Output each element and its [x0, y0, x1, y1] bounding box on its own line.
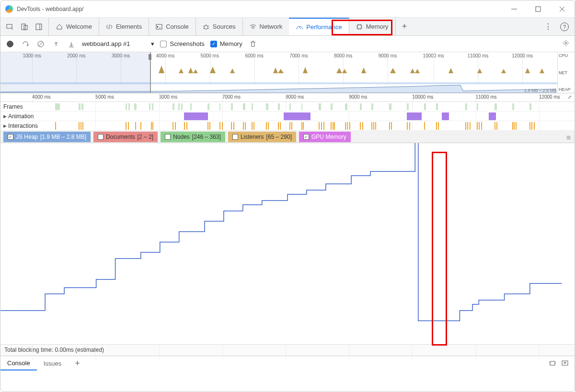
- frame-block[interactable]: [371, 103, 373, 110]
- frame-block[interactable]: [231, 103, 233, 110]
- animation-block[interactable]: [442, 112, 449, 120]
- interaction-event[interactable]: [219, 122, 220, 130]
- interaction-event[interactable]: [465, 122, 466, 130]
- interaction-event[interactable]: [278, 122, 279, 130]
- track-interactions[interactable]: ▶Interactions: [0, 121, 575, 131]
- interaction-event[interactable]: [207, 122, 208, 130]
- interaction-event[interactable]: [375, 122, 376, 130]
- interaction-event[interactable]: [252, 122, 253, 130]
- frame-block[interactable]: [266, 103, 268, 110]
- inspect-element-button[interactable]: [4, 21, 16, 33]
- interaction-event[interactable]: [514, 122, 515, 130]
- frame-block[interactable]: [360, 103, 362, 110]
- interaction-event[interactable]: [231, 122, 232, 130]
- interaction-event[interactable]: [534, 122, 535, 130]
- interaction-event[interactable]: [516, 122, 517, 130]
- interaction-event[interactable]: [373, 122, 374, 130]
- help-button[interactable]: ?: [560, 22, 569, 31]
- interaction-event[interactable]: [470, 122, 471, 130]
- minimize-button[interactable]: [506, 3, 522, 15]
- interaction-event[interactable]: [347, 122, 348, 130]
- interaction-event[interactable]: [243, 122, 244, 130]
- interaction-event[interactable]: [467, 122, 468, 130]
- interaction-event[interactable]: [80, 122, 81, 130]
- legend-js-heap[interactable]: ✓JS Heap[1.9 MB – 2.8 MB]: [3, 132, 91, 142]
- interaction-event[interactable]: [481, 122, 482, 130]
- interaction-event[interactable]: [389, 122, 390, 130]
- interaction-event[interactable]: [140, 122, 141, 130]
- frame-block[interactable]: [512, 103, 514, 110]
- dock-side-button[interactable]: [33, 21, 45, 33]
- frame-block[interactable]: [319, 103, 321, 110]
- interaction-event[interactable]: [289, 122, 290, 130]
- interaction-event[interactable]: [529, 122, 530, 130]
- frame-block[interactable]: [128, 103, 130, 110]
- interaction-event[interactable]: [151, 122, 152, 130]
- interaction-event[interactable]: [253, 122, 254, 130]
- interaction-event[interactable]: [209, 122, 210, 130]
- interaction-event[interactable]: [291, 122, 292, 130]
- interaction-event[interactable]: [496, 122, 497, 130]
- interaction-event[interactable]: [407, 122, 408, 130]
- interaction-event[interactable]: [55, 122, 56, 130]
- drawer-close-button[interactable]: [561, 359, 569, 368]
- frame-block[interactable]: [345, 103, 347, 110]
- drawer-tab-console[interactable]: Console: [0, 357, 37, 370]
- interaction-event[interactable]: [391, 122, 392, 130]
- upload-button[interactable]: [51, 39, 61, 49]
- overview-window-selection[interactable]: [0, 52, 151, 93]
- interaction-event[interactable]: [184, 122, 185, 130]
- interaction-event[interactable]: [128, 122, 129, 130]
- expand-timeline-button[interactable]: ⤢: [568, 94, 572, 100]
- frame-block[interactable]: [172, 103, 174, 110]
- frame-block[interactable]: [389, 103, 391, 110]
- interaction-event[interactable]: [268, 122, 269, 130]
- close-button[interactable]: [554, 3, 570, 15]
- capture-settings-button[interactable]: [562, 39, 570, 48]
- frame-block[interactable]: [477, 103, 478, 110]
- tab-elements[interactable]: Elements: [99, 18, 149, 35]
- reload-record-button[interactable]: [21, 39, 30, 49]
- frame-block[interactable]: [207, 103, 209, 110]
- interaction-event[interactable]: [371, 122, 372, 130]
- interaction-event[interactable]: [186, 122, 187, 130]
- interaction-event[interactable]: [321, 122, 322, 130]
- frame-block[interactable]: [331, 103, 333, 110]
- frame-block[interactable]: [55, 103, 60, 110]
- interaction-event[interactable]: [303, 122, 304, 130]
- device-toolbar-button[interactable]: [19, 21, 30, 33]
- interaction-event[interactable]: [79, 122, 80, 130]
- frame-block[interactable]: [126, 103, 127, 110]
- frame-block[interactable]: [149, 103, 150, 110]
- animation-block[interactable]: [489, 112, 496, 120]
- frame-block[interactable]: [407, 103, 409, 110]
- interaction-event[interactable]: [531, 122, 532, 130]
- frame-block[interactable]: [134, 103, 137, 110]
- frame-block[interactable]: [436, 103, 438, 110]
- interaction-event[interactable]: [245, 122, 246, 130]
- interaction-event[interactable]: [175, 122, 176, 130]
- frame-block[interactable]: [219, 103, 221, 110]
- interaction-event[interactable]: [479, 122, 480, 130]
- interaction-event[interactable]: [152, 122, 153, 130]
- tab-sources[interactable]: Sources: [196, 18, 243, 35]
- gc-button[interactable]: [248, 39, 258, 49]
- interaction-event[interactable]: [360, 122, 361, 130]
- interaction-event[interactable]: [409, 122, 410, 130]
- interaction-event[interactable]: [172, 122, 173, 130]
- tab-console[interactable]: Console: [149, 18, 196, 35]
- interaction-event[interactable]: [280, 122, 281, 130]
- interaction-event[interactable]: [477, 122, 478, 130]
- drawer-errors-button[interactable]: [549, 359, 556, 368]
- interaction-event[interactable]: [331, 122, 332, 130]
- legend-menu-button[interactable]: ≡: [566, 134, 571, 142]
- overview-drag-handle[interactable]: [149, 54, 151, 60]
- flame-ruler[interactable]: ⤢ 4000 ms5000 ms6000 ms7000 ms8000 ms900…: [0, 93, 575, 102]
- legend-documents[interactable]: Documents[2 – 2]: [93, 132, 158, 142]
- recording-selector[interactable]: webboard.app #1 ▾: [82, 40, 154, 47]
- frame-block[interactable]: [81, 103, 83, 110]
- interaction-event[interactable]: [345, 122, 346, 130]
- drawer-tab-issues[interactable]: Issues: [37, 357, 69, 370]
- track-animation[interactable]: ▶Animation: [0, 112, 575, 121]
- interaction-event[interactable]: [512, 122, 513, 130]
